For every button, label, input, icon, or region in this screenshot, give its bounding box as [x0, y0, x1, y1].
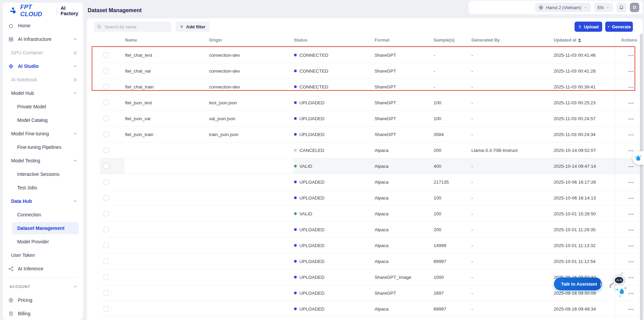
chevron-up-icon[interactable]	[73, 199, 78, 204]
more-actions-icon[interactable]	[628, 69, 634, 74]
status-label: UPLOADED	[299, 116, 324, 121]
row-checkbox[interactable]	[104, 116, 109, 121]
page-title: Dataset Management	[88, 7, 142, 14]
sidebar-item-model-provider[interactable]: Model Provider	[3, 235, 83, 248]
sidebar-item-ai-studio[interactable]: AI Studio	[3, 59, 83, 73]
region-selector[interactable]: Hanoi 2 (Vietnam)	[535, 3, 591, 12]
row-checkbox[interactable]	[104, 132, 109, 137]
sidebar-item-ai-infrastructure[interactable]: AI Infrastructure	[3, 32, 83, 46]
row-checkbox[interactable]	[104, 195, 109, 201]
row-checkbox[interactable]	[104, 211, 109, 216]
sidebar-item-label: Private Model	[17, 104, 46, 109]
vertical-scrollbar[interactable]	[640, 34, 643, 320]
sidebar-item-model-hub[interactable]: Model Hub	[3, 86, 83, 100]
sidebar-item-gpu-container[interactable]: GPU Container	[3, 46, 83, 59]
more-actions-icon[interactable]	[628, 211, 634, 216]
chevron-up-icon[interactable]	[73, 131, 78, 136]
sidebar-item-private-model[interactable]: Private Model	[3, 100, 83, 113]
row-checkbox[interactable]	[104, 274, 109, 280]
sidebar-item-dataset-management[interactable]: Dataset Management	[3, 221, 83, 235]
chevron-up-icon[interactable]	[73, 37, 78, 42]
avatar[interactable]: D	[630, 3, 639, 12]
generate-button[interactable]: Generate	[605, 22, 633, 32]
sidebar-item-ai-inference[interactable]: AI Inference	[3, 262, 83, 275]
brand-separator	[57, 8, 57, 14]
more-actions-icon[interactable]	[628, 164, 634, 169]
row-checkbox[interactable]	[104, 100, 109, 105]
cell-format: Alpaca	[374, 142, 433, 158]
more-actions-icon[interactable]	[628, 180, 634, 185]
more-actions-icon[interactable]	[628, 243, 634, 248]
row-checkbox[interactable]	[104, 84, 109, 89]
more-actions-icon[interactable]	[628, 100, 634, 105]
status-label: UPLOADED	[299, 132, 324, 137]
more-actions-icon[interactable]	[628, 306, 634, 312]
more-actions-icon[interactable]	[628, 259, 634, 264]
sidebar-item-account[interactable]: ACCOUNT	[3, 280, 83, 293]
row-checkbox[interactable]	[104, 227, 109, 232]
sidebar-item-pricing[interactable]: Pricing	[3, 293, 83, 307]
sidebar-item-label: Billing	[18, 311, 30, 316]
cell-generated-by: -	[471, 158, 553, 174]
sidebar-item-model-testing[interactable]: Model Testing	[3, 154, 83, 167]
sidebar-item-connection[interactable]: Connection	[3, 208, 83, 221]
cell-samples: 217135	[433, 174, 471, 190]
sidebar-item-home[interactable]: Home	[3, 19, 83, 32]
sort-icon[interactable]	[578, 38, 581, 43]
sidebar-item-ai-notebook[interactable]: AI Notebook	[3, 73, 83, 86]
sidebar-item-model-fine-tuning[interactable]: Model Fine-tuning	[3, 127, 83, 140]
row-checkbox[interactable]	[104, 163, 109, 169]
sidebar-item-user-token[interactable]: User Token	[3, 248, 83, 262]
row-checkbox[interactable]	[104, 52, 109, 58]
status-dot-icon	[294, 308, 297, 310]
search-input[interactable]	[104, 24, 168, 30]
row-checkbox[interactable]	[104, 179, 109, 185]
cell-samples: 1000	[433, 269, 471, 285]
assistant-dock-widget[interactable]	[633, 151, 644, 165]
assistant-robot-mascot[interactable]	[606, 271, 631, 300]
upload-button[interactable]: Upload	[575, 22, 602, 32]
more-actions-icon[interactable]	[628, 195, 634, 201]
table-row: VALID Alpaca 100 - 2025-10-01 15:28:50	[100, 206, 643, 222]
more-actions-icon[interactable]	[628, 227, 634, 232]
cell-format: Alpaca	[374, 158, 433, 174]
row-checkbox[interactable]	[104, 68, 109, 74]
more-actions-icon[interactable]	[628, 148, 634, 153]
cell-samples: -	[433, 79, 471, 95]
status-dot-icon	[294, 85, 297, 88]
row-checkbox[interactable]	[104, 148, 109, 153]
sidebar-item-billing[interactable]: Billing	[3, 307, 83, 320]
more-actions-icon[interactable]	[628, 84, 634, 89]
cell-origin	[209, 238, 294, 254]
chevron-up-icon[interactable]	[73, 91, 78, 96]
chevron-up-icon[interactable]	[73, 64, 78, 69]
sidebar-item-label: Data Hub	[11, 198, 32, 204]
language-selector[interactable]: EN	[594, 3, 613, 12]
cell-samples: 69997	[433, 301, 471, 317]
sidebar-item-fine-tuning-pipelines[interactable]: Fine-tuning Pipelines	[3, 140, 83, 154]
more-actions-icon[interactable]	[628, 116, 634, 121]
row-checkbox[interactable]	[104, 243, 109, 248]
sidebar-item-label: Model Hub	[11, 90, 34, 96]
chevron-up-icon[interactable]	[73, 284, 78, 289]
sidebar-item-data-hub[interactable]: Data Hub	[3, 194, 83, 208]
sidebar-item-test-jobs[interactable]: Test Jobs	[3, 181, 83, 194]
notifications-button[interactable]	[616, 2, 626, 12]
add-filter-button[interactable]: Add filter	[176, 22, 209, 32]
sidebar-item-interactive-sessions[interactable]: Interactive Sessions	[3, 167, 83, 181]
row-checkbox[interactable]	[104, 259, 109, 264]
cell-format: ShareGPT	[374, 285, 433, 301]
talk-to-assistant-button[interactable]: Talk to Assistant ›	[554, 277, 602, 290]
chevron-up-icon[interactable]	[73, 158, 78, 163]
more-actions-icon[interactable]	[628, 53, 634, 58]
cell-status: UPLOADED	[294, 190, 374, 206]
cell-status: VALID	[294, 158, 374, 174]
more-actions-icon[interactable]	[628, 132, 634, 137]
cell-samples: 100	[433, 111, 471, 127]
row-checkbox[interactable]	[104, 290, 109, 296]
status-dot-icon	[294, 117, 297, 120]
cell-updated-at: 2025-10-01 11:13:32	[553, 238, 615, 254]
row-checkbox[interactable]	[104, 306, 109, 312]
cell-generated-by: -	[471, 63, 553, 79]
sidebar-item-model-catalog[interactable]: Model Catalog	[3, 113, 83, 127]
